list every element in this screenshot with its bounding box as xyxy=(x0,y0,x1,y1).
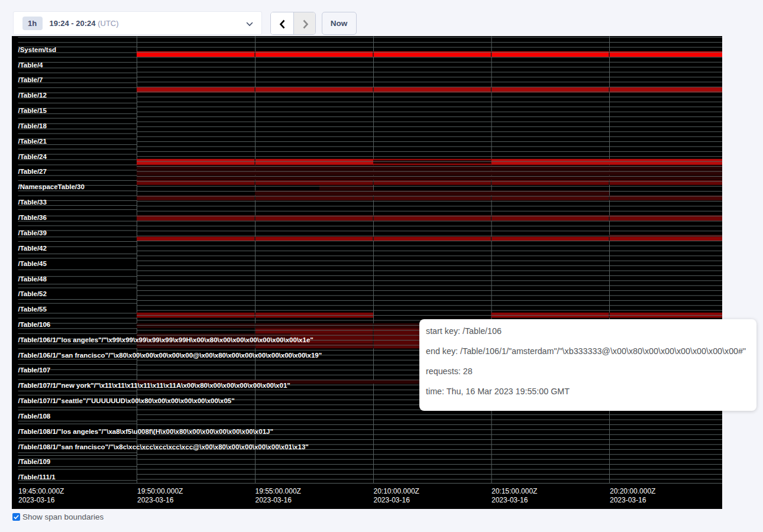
svg-text:/Table/108: /Table/108 xyxy=(18,412,51,419)
svg-text:/Table/12: /Table/12 xyxy=(18,92,47,99)
svg-text:20:10:00.000Z: 20:10:00.000Z xyxy=(374,487,419,495)
svg-text:/System/tsd: /System/tsd xyxy=(18,46,57,53)
svg-text:19:45:00.000Z: 19:45:00.000Z xyxy=(18,487,64,495)
svg-text:/Table/39: /Table/39 xyxy=(18,229,47,236)
svg-text:/Table/45: /Table/45 xyxy=(18,259,47,267)
svg-text:/Table/33: /Table/33 xyxy=(18,199,47,206)
svg-text:/Table/27: /Table/27 xyxy=(18,168,47,175)
svg-text:2023-03-16: 2023-03-16 xyxy=(256,496,292,504)
svg-text:/Table/107: /Table/107 xyxy=(18,366,51,374)
svg-text:/Table/18: /Table/18 xyxy=(18,122,47,129)
svg-text:/Table/111/1: /Table/111/1 xyxy=(18,473,56,481)
svg-text:2023-03-16: 2023-03-16 xyxy=(18,496,55,504)
svg-text:/Table/55: /Table/55 xyxy=(18,306,47,313)
svg-text:/Table/24: /Table/24 xyxy=(18,153,47,160)
svg-text:2023-03-16: 2023-03-16 xyxy=(374,496,410,504)
svg-text:/Table/108/1/"san francisco"/": /Table/108/1/"san francisco"/"\x8c\xcc\x… xyxy=(18,443,309,450)
svg-text:/Table/15: /Table/15 xyxy=(18,107,47,114)
svg-text:/Table/109: /Table/109 xyxy=(18,458,51,465)
svg-text:20:15:00.000Z: 20:15:00.000Z xyxy=(492,487,537,495)
svg-text:/Table/42: /Table/42 xyxy=(18,244,47,251)
svg-text:/Table/4: /Table/4 xyxy=(18,61,44,68)
svg-text:20:20:00.000Z: 20:20:00.000Z xyxy=(610,487,655,495)
svg-text:/Table/21: /Table/21 xyxy=(18,137,47,144)
svg-text:19:50:00.000Z: 19:50:00.000Z xyxy=(137,487,183,495)
svg-text:/NamespaceTable/30: /NamespaceTable/30 xyxy=(18,183,85,190)
svg-text:2023-03-16: 2023-03-16 xyxy=(610,496,646,504)
svg-text:/Table/48: /Table/48 xyxy=(18,275,47,282)
svg-text:/Table/36: /Table/36 xyxy=(18,213,47,220)
svg-text:/Table/107/1/"new york"/"\x11\: /Table/107/1/"new york"/"\x11\x11\x11\x1… xyxy=(18,382,290,389)
svg-text:/Table/106/1/"san francisco"/": /Table/106/1/"san francisco"/"\x80\x00\x… xyxy=(18,351,322,358)
svg-text:2023-03-16: 2023-03-16 xyxy=(137,496,174,504)
svg-text:/Table/7: /Table/7 xyxy=(18,76,43,83)
svg-text:/Table/107/1/"seattle"/"UUUUUU: /Table/107/1/"seattle"/"UUUUUUD\x00\x80\… xyxy=(18,397,235,404)
svg-text:/Table/106: /Table/106 xyxy=(18,320,51,327)
svg-text:/Table/106/1/"los angeles"/"\x: /Table/106/1/"los angeles"/"\x99\x99\x99… xyxy=(18,336,313,343)
svg-text:/Table/108/1/"los angeles"/"\x: /Table/108/1/"los angeles"/"\xa8\xf5\u00… xyxy=(18,428,273,435)
svg-text:/Table/52: /Table/52 xyxy=(18,290,47,297)
svg-text:2023-03-16: 2023-03-16 xyxy=(492,496,528,504)
svg-text:19:55:00.000Z: 19:55:00.000Z xyxy=(256,487,301,495)
